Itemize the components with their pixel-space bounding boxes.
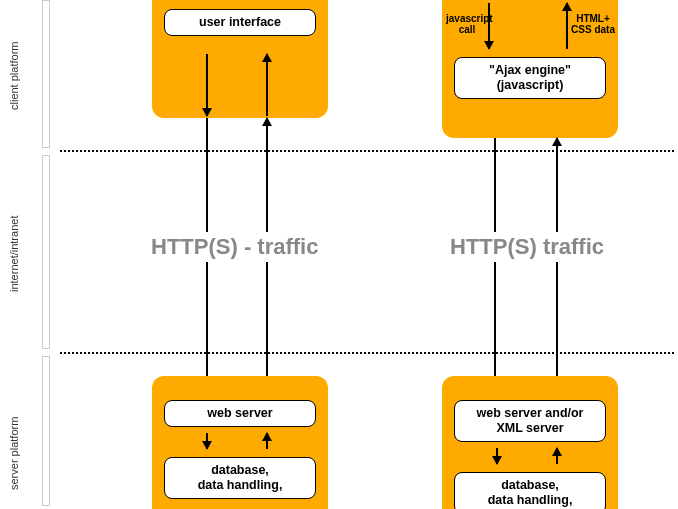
right-db-label: database, data handling,: [454, 472, 606, 509]
left-ui-label: user interface: [164, 9, 316, 36]
left-ws-db-arrow-down: [206, 433, 208, 449]
right-jscall-label: javascript call: [446, 13, 488, 35]
internet-bracket: [42, 155, 50, 349]
internet-vlabel: internet/intranet: [8, 216, 20, 292]
client-vlabel: client platform: [8, 42, 20, 110]
server-vlabel: server platform: [8, 417, 20, 490]
left-traffic-label: HTTP(S) - traffic: [147, 232, 322, 262]
right-ws-db-arrow-down: [496, 448, 498, 464]
left-ws-db-arrow-up: [266, 433, 268, 449]
right-http-arrow-down: [494, 138, 496, 396]
right-htmlcss-label: HTML+ CSS data: [570, 13, 616, 35]
right-http-arrow-up: [556, 138, 558, 396]
separator-bottom: [60, 352, 674, 354]
right-server-box: web server and/or XML server database, d…: [442, 376, 618, 509]
client-bracket: [42, 0, 50, 148]
left-client-box: web browser user interface: [152, 0, 328, 118]
separator-top: [60, 150, 674, 152]
right-ui-ajax-arrow-down: [488, 3, 490, 49]
server-bracket: [42, 356, 50, 506]
left-server-box: web server database, data handling,: [152, 376, 328, 509]
right-traffic-label: HTTP(S) traffic: [446, 232, 608, 262]
left-browser-title: web browser: [152, 0, 328, 3]
left-webserver-label: web server: [164, 400, 316, 427]
left-ui-arrow-down: [206, 54, 208, 116]
right-webserver-label: web server and/or XML server: [454, 400, 606, 442]
right-client-box: user interface javascript call HTML+ CSS…: [442, 0, 618, 138]
right-ui-ajax-arrow-up: [566, 3, 568, 49]
left-ui-arrow-up: [266, 54, 268, 116]
right-ws-db-arrow-up: [556, 448, 558, 464]
right-ajax-label: "Ajax engine" (javascript): [454, 57, 606, 99]
left-db-label: database, data handling,: [164, 457, 316, 499]
